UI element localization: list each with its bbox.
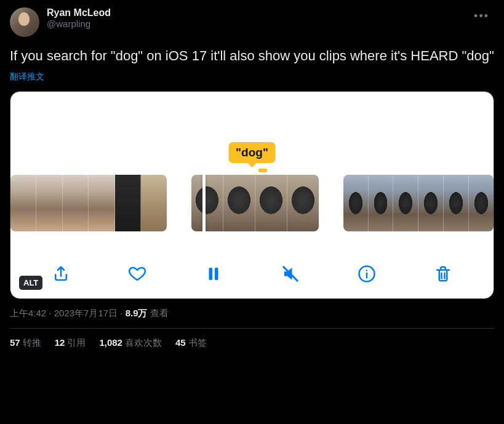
mute-icon[interactable]: [277, 260, 304, 287]
clip-frame: [223, 175, 255, 231]
clip-frame: [287, 175, 319, 231]
clip-group[interactable]: [343, 175, 494, 231]
media-controls: [10, 260, 494, 287]
tweet-date[interactable]: 2023年7月17日: [54, 308, 118, 318]
tweet-header: Ryan McLeod @warpling •••: [10, 7, 494, 37]
info-icon[interactable]: [353, 260, 380, 287]
translate-link[interactable]: 翻译推文: [10, 71, 44, 82]
avatar[interactable]: [10, 7, 39, 37]
video-timeline[interactable]: [10, 175, 494, 231]
tweet-time[interactable]: 上午4:42: [10, 308, 46, 318]
handle: @warpling: [47, 18, 462, 29]
clip-frame: [141, 175, 166, 231]
clip-frame: [369, 175, 394, 231]
timeline-match-marker: [258, 169, 267, 172]
search-tooltip: "dog": [228, 142, 276, 163]
playhead[interactable]: [202, 175, 206, 231]
tweet-stats: 57转推 12引用 1,082喜欢次数 45书签: [10, 337, 494, 349]
clip-frame: [343, 175, 369, 231]
stat-bookmarks[interactable]: 45书签: [175, 337, 207, 349]
trash-icon[interactable]: [430, 260, 457, 287]
media-card[interactable]: "dog": [10, 91, 494, 299]
clip-frame: [115, 175, 141, 231]
display-name: Ryan McLeod: [47, 7, 462, 18]
clip-frame: [36, 175, 62, 231]
stat-likes[interactable]: 1,082喜欢次数: [99, 337, 162, 349]
svg-rect-1: [215, 268, 218, 280]
heart-icon[interactable]: [124, 260, 151, 287]
author-block[interactable]: Ryan McLeod @warpling: [47, 7, 462, 29]
clip-frame: [255, 175, 287, 231]
share-icon[interactable]: [47, 260, 74, 287]
divider: [10, 328, 494, 329]
clip-frame: [63, 175, 89, 231]
clip-frame: [444, 175, 469, 231]
views-count: 8.9万: [126, 308, 148, 318]
tweet-text: If you search for "dog" on iOS 17 it'll …: [10, 47, 494, 65]
views-label: 查看: [148, 308, 169, 318]
clip-frame: [10, 175, 36, 231]
stat-retweets[interactable]: 57转推: [10, 337, 41, 349]
svg-rect-0: [209, 268, 213, 280]
tweet-meta: 上午4:42 · 2023年7月17日 · 8.9万 查看: [10, 308, 494, 319]
clip-frame: [89, 175, 114, 231]
alt-badge[interactable]: ALT: [19, 276, 42, 290]
clip-frame: [393, 175, 418, 231]
clip-frame: [418, 175, 444, 231]
more-icon[interactable]: •••: [469, 7, 494, 25]
pause-icon[interactable]: [200, 260, 227, 287]
clip-group[interactable]: [191, 175, 319, 231]
svg-point-5: [366, 270, 367, 271]
stat-quotes[interactable]: 12引用: [55, 337, 86, 349]
clip-frame: [191, 175, 223, 231]
clip-group[interactable]: [10, 175, 167, 231]
clip-frame: [469, 175, 494, 231]
